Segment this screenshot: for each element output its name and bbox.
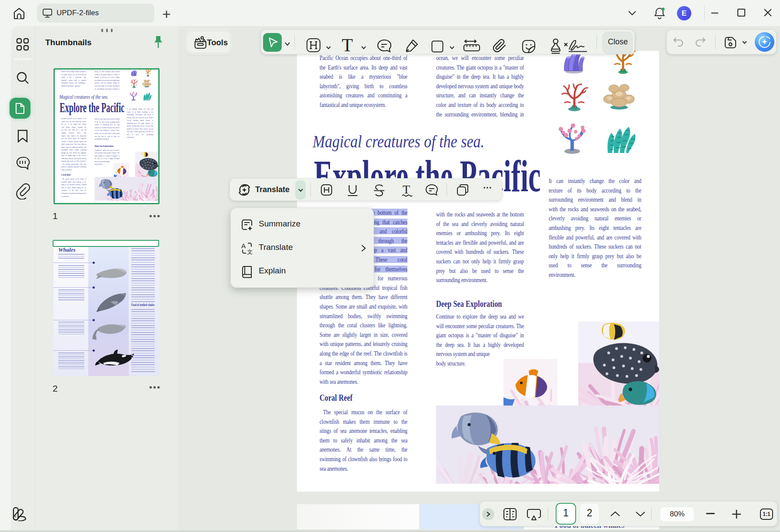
svg-text:文: 文: [247, 249, 253, 255]
svg-text:A: A: [241, 242, 246, 249]
svg-text:T: T: [342, 37, 353, 54]
svg-text:T: T: [403, 184, 410, 196]
